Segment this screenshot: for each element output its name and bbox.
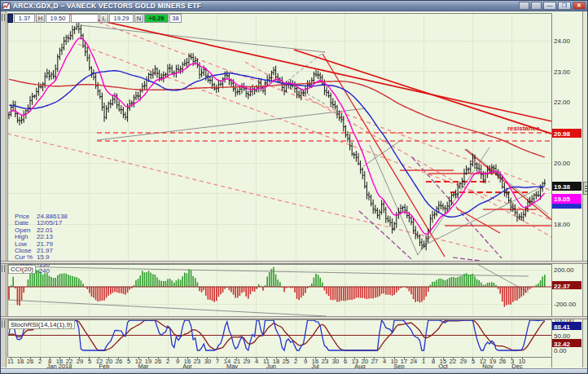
pane-grip-main[interactable] bbox=[2, 14, 5, 21]
right-scrollbar[interactable] bbox=[582, 11, 588, 367]
minimize-button[interactable]: — bbox=[543, 2, 556, 10]
x-axis-day-tick: 26 bbox=[499, 358, 506, 365]
bottom-edge bbox=[1, 368, 588, 374]
x-axis-day-tick: 29 bbox=[460, 358, 467, 365]
scrollbar-handle[interactable] bbox=[583, 182, 588, 195]
x-axis-day-tick: 5 bbox=[472, 358, 475, 365]
title-bar[interactable]: ARCX:GDX,D – VANECK VECTORS GOLD MINERS … bbox=[1, 1, 587, 11]
quote-field-8[interactable]: 38 bbox=[169, 14, 182, 23]
x-axis-day-tick: 30 bbox=[332, 358, 339, 365]
x-axis-day-tick: 30 bbox=[204, 358, 211, 365]
quote-field-5[interactable]: 19.29 bbox=[109, 14, 134, 23]
x-axis-day-tick: 2 bbox=[166, 358, 169, 365]
chart-window: ARCX:GDX,D – VANECK VECTORS GOLD MINERS … bbox=[0, 0, 588, 374]
x-axis-day-tick: 1 bbox=[422, 358, 425, 365]
quote-button-H[interactable]: H bbox=[36, 14, 45, 23]
x-axis-day-tick: 9 bbox=[304, 358, 307, 365]
toolbar-button-2[interactable] bbox=[531, 2, 542, 10]
price-badge-resistance: 20.98 bbox=[552, 129, 581, 138]
cci-value-badge: 22.37 bbox=[552, 281, 581, 289]
quote-symbol-chip[interactable] bbox=[7, 14, 13, 23]
cci-axis-neg200: -200.00 bbox=[554, 301, 576, 308]
x-axis-day-tick: 4 bbox=[255, 358, 258, 365]
price-axis-label: 22.00 bbox=[554, 99, 570, 106]
x-axis-day-tick: 7 bbox=[216, 358, 219, 365]
left-gutter[interactable] bbox=[1, 11, 7, 367]
quote-button-N[interactable]: N bbox=[134, 14, 143, 23]
chart-area: 1.37H19.50L19.29N+0.2938 Price24.886138D… bbox=[1, 11, 588, 374]
x-axis-day-tick: 6 bbox=[344, 358, 347, 365]
x-axis-day-tick: 18 bbox=[17, 358, 24, 365]
x-axis-day-tick: 26 bbox=[27, 358, 33, 365]
app-icon bbox=[2, 2, 11, 10]
pane-grip-cci[interactable] bbox=[2, 265, 5, 272]
chart-canvas[interactable] bbox=[1, 11, 588, 374]
x-axis-day-tick: 9 bbox=[176, 358, 179, 365]
cci-axis-200: 200.00 bbox=[554, 266, 573, 274]
close-icon[interactable]: ✕ bbox=[573, 2, 586, 10]
pane-splitter-cci[interactable] bbox=[1, 261, 588, 264]
window-controls: — ❐ ✕ bbox=[519, 2, 586, 10]
x-axis-day-tick: 27 bbox=[371, 358, 378, 365]
toolbar-button-1[interactable] bbox=[519, 2, 529, 10]
x-axis-day-tick: 26 bbox=[116, 358, 122, 365]
stoch-axis-0: 0.00 bbox=[554, 347, 567, 354]
stoch-k-badge: 88.41 bbox=[552, 322, 581, 330]
stochrsi-label[interactable]: StochRSI(14,14(1),9) bbox=[8, 320, 75, 329]
x-axis-day-tick: 4 bbox=[383, 358, 386, 365]
x-axis-day-tick: 2 bbox=[294, 358, 297, 365]
quote-field-3[interactable] bbox=[71, 14, 99, 23]
x-axis-day-tick: 2 bbox=[38, 358, 42, 365]
window-title: ARCX:GDX,D – VANECK VECTORS GOLD MINERS … bbox=[13, 2, 519, 10]
x-axis-day-tick: 23 bbox=[194, 358, 200, 365]
x-axis-day-tick: 24 bbox=[410, 358, 417, 365]
resistance-annotation: resistance bbox=[507, 125, 540, 132]
maximize-button[interactable]: ❐ bbox=[558, 2, 571, 10]
x-axis-day-tick: 29 bbox=[77, 358, 83, 365]
quote-bar: 1.37H19.50L19.29N+0.2938 bbox=[7, 13, 182, 23]
x-axis-day-tick: 11 bbox=[7, 358, 14, 365]
x-axis-day-tick: 23 bbox=[322, 358, 328, 365]
stoch-d-badge: 32.42 bbox=[552, 339, 581, 347]
pane-grip-stoch[interactable] bbox=[2, 320, 5, 328]
price-axis-label: 24.00 bbox=[554, 37, 570, 45]
price-badge-level: 19.05 bbox=[552, 194, 581, 204]
quote-button-L[interactable]: L bbox=[99, 14, 108, 23]
cci-label[interactable]: CCI(20) bbox=[8, 265, 36, 274]
price-axis-label: 23.00 bbox=[554, 68, 570, 76]
x-axis-day-tick: 26 bbox=[155, 358, 161, 365]
quote-field-2[interactable]: 19.50 bbox=[46, 14, 70, 23]
quote-field-0[interactable]: 1.37 bbox=[14, 14, 35, 23]
x-axis-day-tick: 25 bbox=[283, 358, 289, 365]
x-axis-day-tick: 5 bbox=[127, 358, 130, 365]
price-badge-last: 19.38 bbox=[552, 182, 581, 191]
price-axis-label: 18.00 bbox=[554, 221, 570, 228]
x-axis-day-tick: 5 bbox=[88, 358, 91, 365]
x-axis-day-tick: 22 bbox=[450, 358, 456, 365]
x-axis-day-tick: 29 bbox=[244, 358, 250, 365]
quote-field-7[interactable]: +0.29 bbox=[144, 14, 169, 23]
price-axis-label: 20.00 bbox=[554, 160, 570, 167]
x-axis-day-tick: 8 bbox=[432, 358, 435, 365]
pane-splitter-stoch[interactable] bbox=[1, 316, 588, 319]
